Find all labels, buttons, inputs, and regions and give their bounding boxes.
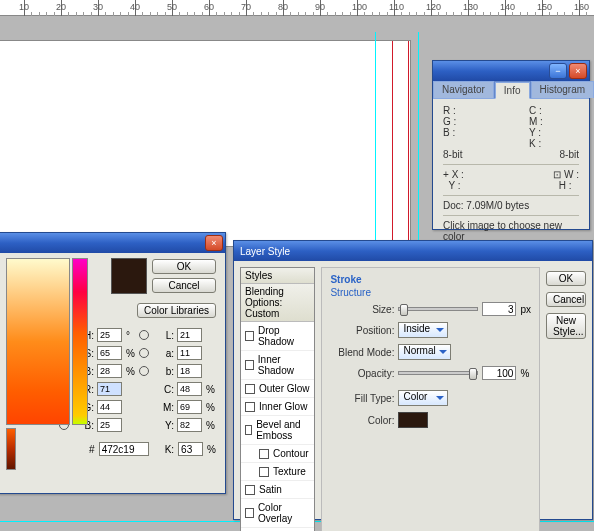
- a-input[interactable]: [177, 346, 202, 360]
- current-color-swatch[interactable]: [112, 259, 146, 293]
- info-tabs: Navigator Info Histogram: [433, 81, 589, 99]
- style-item-label: Inner Shadow: [258, 354, 311, 376]
- new-style-button[interactable]: New Style...: [546, 313, 586, 339]
- checkbox[interactable]: [259, 467, 269, 477]
- r-input[interactable]: [97, 382, 122, 396]
- opacity-label: Opacity:: [330, 368, 394, 379]
- position-label: Position:: [330, 325, 394, 336]
- checkbox[interactable]: [245, 360, 254, 370]
- radio-a[interactable]: [139, 348, 149, 358]
- l-input[interactable]: [177, 328, 202, 342]
- ruler-label: 100: [352, 2, 367, 12]
- info-panel-titlebar[interactable]: − ×: [433, 61, 589, 81]
- s-input[interactable]: [97, 346, 122, 360]
- checkbox[interactable]: [245, 402, 255, 412]
- opacity-input[interactable]: [482, 366, 516, 380]
- stroke-group-title: Stroke: [330, 274, 531, 285]
- style-item-inner-glow[interactable]: Inner Glow: [241, 398, 314, 416]
- y-input[interactable]: [177, 418, 202, 432]
- color-label: Color:: [330, 415, 394, 426]
- g-input[interactable]: [97, 400, 122, 414]
- cancel-button[interactable]: Cancel: [546, 292, 586, 307]
- style-item-satin[interactable]: Satin: [241, 481, 314, 499]
- h-input[interactable]: [97, 328, 122, 342]
- close-icon[interactable]: ×: [569, 63, 587, 79]
- color-picker-titlebar[interactable]: ×: [0, 233, 225, 253]
- b-chroma-input[interactable]: [177, 364, 202, 378]
- checkbox[interactable]: [245, 485, 255, 495]
- blend-select[interactable]: Normal: [398, 344, 450, 360]
- color-libraries-button[interactable]: Color Libraries: [137, 303, 216, 318]
- spectrum-area[interactable]: [7, 259, 53, 469]
- style-item-inner-shadow[interactable]: Inner Shadow: [241, 351, 314, 380]
- k-input[interactable]: [178, 442, 203, 456]
- info-y: Y :: [529, 127, 579, 138]
- checkbox[interactable]: [245, 384, 255, 394]
- checkbox[interactable]: [245, 331, 254, 341]
- hex-input[interactable]: [99, 442, 149, 456]
- ruler-label: 160: [574, 2, 589, 12]
- checkbox[interactable]: [245, 508, 254, 518]
- info-hint: Click image to choose new color: [443, 220, 579, 242]
- info-r: R :: [443, 105, 493, 116]
- ruler-label: 10: [19, 2, 29, 12]
- hash-label: #: [89, 444, 95, 455]
- color-picker-body: OK Cancel Color Libraries H:° L: S:% a: …: [0, 253, 224, 479]
- ruler-label: 60: [204, 2, 214, 12]
- stroke-color-swatch[interactable]: [398, 412, 428, 428]
- b-light-input[interactable]: [97, 364, 122, 378]
- style-item-label: Contour: [273, 448, 309, 459]
- ruler-horizontal: 102030405060708090100110120130140150160: [0, 0, 594, 16]
- cancel-button[interactable]: Cancel: [152, 278, 216, 293]
- minimize-icon[interactable]: −: [549, 63, 567, 79]
- fill-select[interactable]: Color: [398, 390, 448, 406]
- stroke-panel: Stroke Structure Size: px Position: Insi…: [321, 267, 540, 531]
- style-item-label: Inner Glow: [259, 401, 307, 412]
- size-slider[interactable]: [398, 307, 478, 311]
- info-w: W :: [564, 169, 579, 180]
- blending-header[interactable]: Blending Options: Custom: [241, 284, 314, 322]
- style-item-bevel-and-emboss[interactable]: Bevel and Emboss: [241, 416, 314, 445]
- ruler-label: 30: [93, 2, 103, 12]
- checkbox[interactable]: [245, 425, 252, 435]
- close-icon[interactable]: ×: [205, 235, 223, 251]
- style-item-outer-glow[interactable]: Outer Glow: [241, 380, 314, 398]
- m-input[interactable]: [177, 400, 202, 414]
- checkbox[interactable]: [259, 449, 269, 459]
- radio-bc[interactable]: [139, 366, 149, 376]
- hue-slider[interactable]: [73, 259, 87, 424]
- tab-navigator[interactable]: Navigator: [433, 81, 494, 98]
- tab-histogram[interactable]: Histogram: [531, 81, 595, 98]
- info-content: R : G : B : C : M : Y : K : 8-bit 8-bit …: [433, 99, 589, 248]
- tab-info[interactable]: Info: [495, 82, 530, 99]
- saturation-field[interactable]: [7, 259, 69, 424]
- ruler-label: 20: [56, 2, 66, 12]
- size-input[interactable]: [482, 302, 516, 316]
- opacity-slider[interactable]: [398, 371, 478, 375]
- ok-button[interactable]: OK: [152, 259, 216, 274]
- ruler-label: 130: [463, 2, 478, 12]
- info-x: X :: [452, 169, 464, 180]
- position-select[interactable]: Inside: [398, 322, 448, 338]
- bv-input[interactable]: [97, 418, 122, 432]
- style-item-texture[interactable]: Texture: [241, 463, 314, 481]
- style-item-contour[interactable]: Contour: [241, 445, 314, 463]
- layer-style-titlebar[interactable]: Layer Style: [234, 241, 592, 261]
- shade-strip[interactable]: [7, 429, 15, 469]
- info-bit-l: 8-bit: [443, 149, 462, 160]
- style-item-label: Outer Glow: [259, 383, 310, 394]
- style-item-color-overlay[interactable]: Color Overlay: [241, 499, 314, 528]
- c-input[interactable]: [177, 382, 202, 396]
- styles-header[interactable]: Styles: [241, 268, 314, 284]
- page-bound-vertical: [392, 41, 393, 246]
- info-m: M :: [529, 116, 579, 127]
- style-item-drop-shadow[interactable]: Drop Shadow: [241, 322, 314, 351]
- ruler-label: 140: [500, 2, 515, 12]
- layer-style-dialog: Layer Style Styles Blending Options: Cus…: [233, 240, 593, 520]
- blend-label: Blend Mode:: [330, 347, 394, 358]
- document-rect[interactable]: [0, 41, 410, 246]
- ok-button[interactable]: OK: [546, 271, 586, 286]
- radio-l[interactable]: [139, 330, 149, 340]
- color-picker-dialog: × OK Cancel Color Libraries H:°: [0, 232, 226, 494]
- info-doc-size: Doc: 7.09M/0 bytes: [443, 200, 579, 211]
